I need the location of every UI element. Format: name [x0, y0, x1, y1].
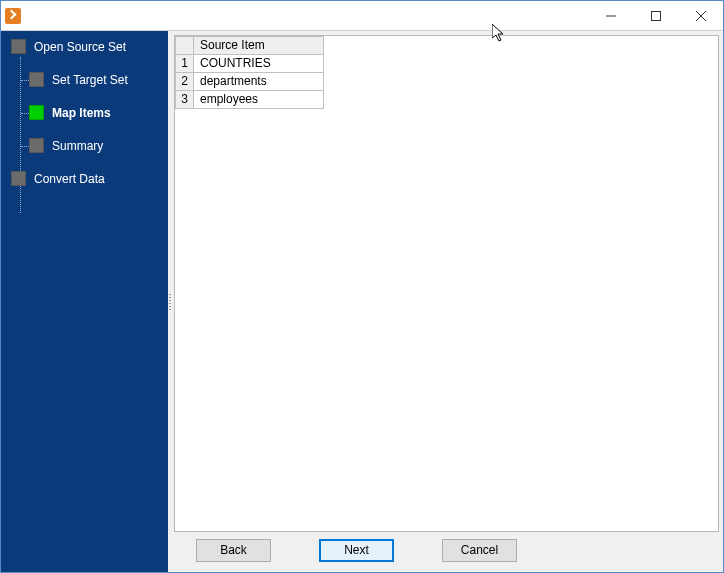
next-button[interactable]: Next	[319, 539, 394, 562]
table-row[interactable]: 1 COUNTRIES	[176, 55, 324, 73]
step-label: Convert Data	[34, 172, 105, 186]
title-bar	[1, 1, 723, 31]
table-row[interactable]: 2 departments	[176, 73, 324, 91]
row-number: 1	[176, 55, 194, 73]
wizard-step-convert-data[interactable]: Convert Data	[11, 171, 168, 186]
source-items-table-area: Source Item 1 COUNTRIES 2 departments 3 …	[174, 35, 719, 532]
source-item-cell[interactable]: COUNTRIES	[194, 55, 324, 73]
step-box-icon	[29, 138, 44, 153]
app-icon	[5, 8, 21, 24]
step-label: Summary	[52, 139, 103, 153]
wizard-sidebar: Open Source Set Set Target Set Map Items…	[1, 31, 168, 572]
step-label: Open Source Set	[34, 40, 126, 54]
row-number: 2	[176, 73, 194, 91]
source-items-table[interactable]: Source Item 1 COUNTRIES 2 departments 3 …	[175, 36, 324, 109]
table-column-header[interactable]: Source Item	[194, 37, 324, 55]
wizard-step-map-items[interactable]: Map Items	[29, 105, 168, 120]
svg-rect-1	[651, 11, 660, 20]
wizard-step-set-target-set[interactable]: Set Target Set	[29, 72, 168, 87]
source-item-cell[interactable]: departments	[194, 73, 324, 91]
step-label: Set Target Set	[52, 73, 128, 87]
table-corner	[176, 37, 194, 55]
wizard-step-open-source-set[interactable]: Open Source Set	[11, 39, 168, 54]
main-panel: Source Item 1 COUNTRIES 2 departments 3 …	[174, 31, 723, 572]
source-item-cell[interactable]: employees	[194, 91, 324, 109]
minimize-button[interactable]	[588, 1, 633, 30]
step-box-icon	[11, 39, 26, 54]
step-label: Map Items	[52, 106, 111, 120]
row-number: 3	[176, 91, 194, 109]
content-area: Open Source Set Set Target Set Map Items…	[1, 31, 723, 572]
maximize-button[interactable]	[633, 1, 678, 30]
step-box-icon	[11, 171, 26, 186]
close-button[interactable]	[678, 1, 723, 30]
cancel-button[interactable]: Cancel	[442, 539, 517, 562]
step-box-icon	[29, 105, 44, 120]
table-row[interactable]: 3 employees	[176, 91, 324, 109]
back-button[interactable]: Back	[196, 539, 271, 562]
wizard-step-summary[interactable]: Summary	[29, 138, 168, 153]
wizard-footer: Back Next Cancel	[174, 532, 719, 568]
step-box-icon	[29, 72, 44, 87]
